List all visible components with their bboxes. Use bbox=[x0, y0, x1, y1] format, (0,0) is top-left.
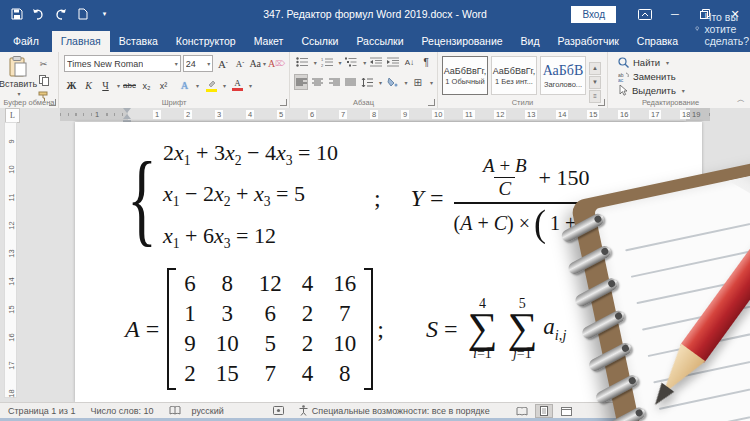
italic-button[interactable]: К bbox=[81, 78, 96, 93]
horizontal-ruler[interactable]: 112345678910111213141516171819 bbox=[60, 108, 710, 121]
ribbon: Вставить ▾ ✂ Буфер обмена Times New Roma… bbox=[0, 52, 750, 109]
paste-dropdown-icon[interactable]: ▾ bbox=[17, 90, 20, 97]
shrink-font-button[interactable]: Аˇ bbox=[232, 56, 247, 71]
web-layout-view-icon[interactable] bbox=[558, 405, 574, 417]
collapse-ribbon-icon[interactable]: ︿ bbox=[737, 94, 745, 105]
matrix-cell: 9 bbox=[184, 329, 196, 359]
font-family-select[interactable]: Times New Roman ▾ bbox=[64, 55, 181, 72]
matrix-cell: 4 bbox=[302, 269, 314, 299]
align-right-button[interactable] bbox=[328, 75, 340, 89]
justify-button[interactable] bbox=[344, 75, 356, 89]
hanging-indent-marker[interactable] bbox=[123, 114, 131, 119]
tab-конструктор[interactable]: Конструктор bbox=[167, 31, 245, 52]
find-button[interactable]: Найти ▾ bbox=[618, 57, 733, 68]
styles-dialog-launcher[interactable] bbox=[598, 99, 605, 106]
style-card-3[interactable]: АаБбВЗаголово... bbox=[540, 56, 586, 95]
styles-scroll-up-icon[interactable]: ▲ bbox=[589, 62, 601, 75]
matrix-cell: 2 bbox=[184, 359, 196, 389]
style-card-2[interactable]: АаБбВвГг,1 Без инт... bbox=[491, 56, 537, 95]
strikethrough-button[interactable]: abc bbox=[122, 78, 137, 93]
tab-рецензирование[interactable]: Рецензирование bbox=[413, 31, 512, 52]
decrease-indent-button[interactable] bbox=[369, 55, 383, 69]
sign-in-button[interactable]: Вход bbox=[571, 6, 616, 23]
tab-макет[interactable]: Макет bbox=[245, 31, 293, 52]
page-indicator[interactable]: Страница 1 из 1 bbox=[8, 406, 75, 416]
tell-me-box[interactable]: Что вы хотите сделать? bbox=[687, 7, 750, 52]
underline-button[interactable]: Ч bbox=[98, 78, 113, 93]
font-color-button[interactable]: А bbox=[230, 78, 245, 93]
font-size-select[interactable]: 24 ▾ bbox=[183, 55, 214, 72]
bold-button[interactable]: Ж bbox=[64, 78, 79, 93]
text-effects-dropdown-icon[interactable]: ▾ bbox=[196, 82, 199, 89]
formula-separator-1: ; bbox=[374, 185, 381, 212]
matrix-cell: 12 bbox=[259, 269, 282, 299]
word-window: ▾ 347. Редактор формул Word 2019.docx - … bbox=[0, 0, 750, 421]
replace-button[interactable]: abac Заменить bbox=[618, 71, 733, 82]
superscript-button[interactable]: x² bbox=[156, 78, 171, 93]
align-left-button[interactable] bbox=[295, 75, 307, 89]
replace-icon: abac bbox=[618, 72, 629, 82]
select-dropdown-icon[interactable]: ▾ bbox=[682, 87, 685, 94]
change-case-button[interactable]: Аа▾ bbox=[249, 56, 266, 71]
show-marks-button[interactable]: ¶ bbox=[419, 55, 433, 69]
macro-record-icon[interactable] bbox=[273, 406, 284, 415]
line-spacing-button[interactable] bbox=[361, 75, 373, 89]
clear-formatting-button[interactable]: А⌦ bbox=[268, 56, 285, 71]
find-dropdown-icon[interactable]: ▾ bbox=[666, 59, 669, 66]
matrix: 6812416136279105210215748 bbox=[167, 268, 373, 390]
tab-file[interactable]: Файл bbox=[0, 31, 52, 52]
subscript-button[interactable]: x₂ bbox=[139, 78, 154, 93]
vertical-ruler[interactable]: 9101112131415161718 bbox=[4, 122, 17, 398]
tab-разработчик[interactable]: Разработчик bbox=[549, 31, 628, 52]
font-dialog-launcher[interactable] bbox=[280, 99, 287, 106]
tab-ссылки[interactable]: Ссылки bbox=[292, 31, 347, 52]
bullet-list-button[interactable] bbox=[295, 55, 309, 69]
tab-stop-selector[interactable]: L bbox=[5, 108, 20, 123]
underline-dropdown-icon[interactable]: ▾ bbox=[117, 82, 120, 89]
text-effects-button[interactable]: А bbox=[177, 78, 192, 93]
borders-button[interactable]: ⊞ bbox=[412, 75, 424, 89]
tab-главная[interactable]: Главная bbox=[52, 31, 110, 52]
minimize-button[interactable]: ─ bbox=[660, 0, 690, 28]
editing-group: Найти ▾ abac Заменить Выделить ▾ Редакти… bbox=[608, 52, 733, 108]
font-color-dropdown-icon[interactable]: ▾ bbox=[249, 82, 252, 89]
save-icon[interactable] bbox=[10, 8, 23, 21]
style-card-1[interactable]: АаБбВвГг,1 Обычный bbox=[442, 56, 488, 95]
copy-icon[interactable] bbox=[36, 74, 51, 86]
increase-indent-button[interactable] bbox=[386, 55, 400, 69]
align-center-button[interactable] bbox=[311, 75, 323, 89]
accessibility-status[interactable]: Специальные возможности: все в порядке bbox=[299, 405, 490, 416]
multilevel-list-button[interactable] bbox=[344, 55, 358, 69]
ribbon-display-options-button[interactable] bbox=[630, 0, 660, 28]
shading-button[interactable] bbox=[386, 75, 398, 89]
tab-вставка[interactable]: Вставка bbox=[110, 31, 167, 52]
proofing-errors-icon[interactable] bbox=[169, 406, 181, 416]
sort-button[interactable]: А↓ bbox=[403, 55, 417, 69]
grow-font-button[interactable]: Аˆ bbox=[215, 56, 230, 71]
customize-qat-chevron-icon[interactable]: ▾ bbox=[98, 8, 111, 21]
redo-button[interactable] bbox=[54, 8, 67, 21]
numbered-list-button[interactable]: 12 bbox=[320, 55, 334, 69]
paragraph-dialog-launcher[interactable] bbox=[428, 99, 435, 106]
new-document-icon[interactable] bbox=[76, 8, 89, 21]
styles-scroll-down-icon[interactable]: ▼ bbox=[589, 76, 601, 89]
tab-strip: ГлавнаяВставкаКонструкторМакетСсылкиРасс… bbox=[52, 31, 687, 52]
tab-справка[interactable]: Справка bbox=[628, 31, 687, 52]
highlight-dropdown-icon[interactable]: ▾ bbox=[223, 82, 226, 89]
first-line-indent-marker[interactable] bbox=[123, 108, 131, 113]
ribbon-tab-row: Файл ГлавнаяВставкаКонструкторМакетСсылк… bbox=[0, 28, 750, 52]
tab-вид[interactable]: Вид bbox=[512, 31, 549, 52]
system-brace: { bbox=[127, 150, 157, 246]
print-layout-view-icon[interactable] bbox=[536, 405, 552, 417]
word-count[interactable]: Число слов: 10 bbox=[90, 406, 153, 416]
read-mode-view-icon[interactable] bbox=[514, 405, 530, 417]
undo-button[interactable] bbox=[32, 8, 45, 21]
select-button[interactable]: Выделить ▾ bbox=[618, 85, 733, 96]
clipboard-dialog-launcher[interactable] bbox=[49, 99, 56, 106]
language-indicator[interactable]: русский bbox=[192, 406, 224, 416]
cut-icon[interactable]: ✂ bbox=[36, 58, 51, 70]
highlight-button[interactable] bbox=[204, 78, 219, 93]
sigma-operator: 5∑j=1 bbox=[507, 297, 537, 361]
sum-lhs: S = bbox=[426, 316, 458, 343]
tab-рассылки[interactable]: Рассылки bbox=[347, 31, 412, 52]
